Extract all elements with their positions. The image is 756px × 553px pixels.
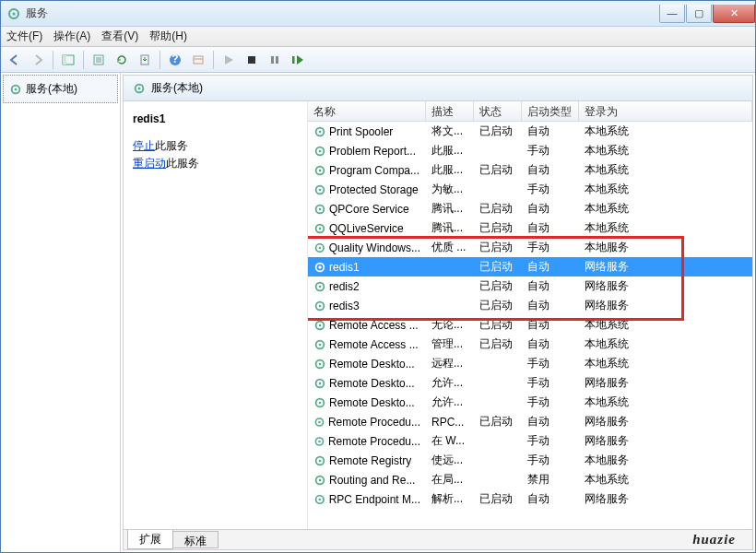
col-logon[interactable]: 登录为 bbox=[579, 101, 752, 121]
cell-logon: 本地系统 bbox=[579, 201, 752, 217]
gear-icon bbox=[313, 474, 326, 487]
svg-text:?: ? bbox=[171, 53, 178, 65]
svg-point-1 bbox=[13, 12, 16, 15]
cell-desc: 解析... bbox=[426, 491, 474, 507]
cell-logon: 本地系统 bbox=[579, 124, 752, 139]
cell-name: QPCore Service bbox=[329, 203, 409, 216]
cell-startup: 自动 bbox=[522, 162, 579, 178]
menu-view[interactable]: 查看(V) bbox=[101, 29, 138, 44]
col-name[interactable]: 名称 bbox=[308, 101, 426, 121]
cell-logon: 本地系统 bbox=[579, 336, 752, 352]
start-service-button[interactable] bbox=[219, 50, 239, 70]
results-heading: 服务(本地) bbox=[151, 80, 203, 96]
cell-logon: 本地系统 bbox=[579, 162, 752, 178]
svg-point-22 bbox=[319, 130, 322, 133]
table-row[interactable]: Quality Windows...优质 ...已启动手动本地服务 bbox=[308, 238, 752, 257]
export-button[interactable] bbox=[135, 50, 155, 70]
cell-desc: 腾讯... bbox=[426, 220, 474, 236]
stop-service-button[interactable] bbox=[242, 50, 262, 70]
table-row[interactable]: Protected Storage为敏...手动本地系统 bbox=[308, 180, 752, 199]
col-desc[interactable]: 描述 bbox=[426, 101, 474, 121]
table-row[interactable]: Routing and Re...在局...禁用本地系统 bbox=[308, 470, 752, 489]
table-row[interactable]: redis2已启动自动网络服务 bbox=[308, 276, 752, 296]
col-status[interactable]: 状态 bbox=[474, 101, 522, 121]
table-row[interactable]: Remote Registry使远...手动本地服务 bbox=[308, 451, 752, 470]
cell-startup: 自动 bbox=[522, 414, 579, 429]
titlebar[interactable]: 服务 — ▢ ✕ bbox=[1, 1, 755, 27]
tab-extended[interactable]: 扩展 bbox=[127, 530, 173, 549]
stop-service-link[interactable]: 停止 bbox=[133, 139, 155, 152]
svg-point-32 bbox=[319, 227, 322, 229]
table-row[interactable]: redis3已启动自动网络服务 bbox=[308, 296, 752, 315]
menu-file[interactable]: 文件(F) bbox=[6, 29, 42, 44]
cell-logon: 本地系统 bbox=[579, 472, 752, 488]
table-row[interactable]: Remote Procedu...RPC...已启动自动网络服务 bbox=[308, 412, 752, 431]
menu-action[interactable]: 操作(A) bbox=[53, 29, 90, 44]
col-startup[interactable]: 启动类型 bbox=[522, 101, 579, 121]
back-button[interactable] bbox=[5, 50, 25, 70]
cell-desc: 允许... bbox=[426, 375, 474, 391]
cell-status: 已启动 bbox=[474, 414, 522, 429]
cell-status: 已启动 bbox=[474, 278, 522, 294]
tree-node-services-local[interactable]: 服务(本地) bbox=[3, 75, 118, 103]
pause-service-button[interactable] bbox=[265, 50, 285, 70]
services-list: 名称 描述 状态 启动类型 登录为 Print Spooler将文...已启动自… bbox=[308, 101, 752, 529]
show-hide-tree-button[interactable] bbox=[58, 50, 78, 70]
cell-desc: 在 W... bbox=[426, 433, 474, 449]
cell-name: Remote Access ... bbox=[329, 319, 419, 332]
services-icon bbox=[6, 6, 21, 21]
restart-service-link[interactable]: 重启动 bbox=[133, 157, 166, 170]
gear-icon bbox=[313, 377, 326, 390]
svg-rect-16 bbox=[292, 56, 295, 64]
gear-icon bbox=[313, 493, 326, 506]
properties-button[interactable] bbox=[89, 50, 109, 70]
cell-name: Remote Access ... bbox=[329, 338, 419, 351]
gear-icon bbox=[313, 280, 326, 293]
table-row[interactable]: Problem Report...此服...手动本地系统 bbox=[308, 141, 752, 160]
table-row[interactable]: redis1已启动自动网络服务 bbox=[308, 257, 752, 276]
cell-logon: 网络服务 bbox=[579, 414, 752, 429]
svg-point-18 bbox=[15, 88, 18, 90]
tab-standard[interactable]: 标准 bbox=[172, 531, 219, 548]
table-row[interactable]: Remote Access ...无论...已启动自动本地系统 bbox=[308, 315, 752, 335]
close-button[interactable]: ✕ bbox=[713, 5, 755, 23]
svg-point-44 bbox=[319, 343, 322, 346]
cell-name: Remote Deskto... bbox=[329, 396, 415, 409]
forward-button[interactable] bbox=[28, 50, 48, 70]
cell-desc: 此服... bbox=[426, 162, 474, 178]
menu-help[interactable]: 帮助(H) bbox=[149, 29, 187, 44]
menubar: 文件(F) 操作(A) 查看(V) 帮助(H) bbox=[1, 27, 755, 47]
svg-point-58 bbox=[319, 478, 322, 481]
gear-icon bbox=[313, 145, 326, 158]
list-body[interactable]: Print Spooler将文...已启动自动本地系统Problem Repor… bbox=[308, 122, 752, 529]
cell-startup: 手动 bbox=[522, 453, 579, 468]
gear-icon bbox=[313, 261, 326, 274]
table-row[interactable]: RPC Endpoint M...解析...已启动自动网络服务 bbox=[308, 489, 752, 509]
cell-startup: 自动 bbox=[522, 317, 579, 333]
help-button[interactable]: ? bbox=[165, 50, 185, 70]
maximize-button[interactable]: ▢ bbox=[686, 5, 712, 23]
cell-desc: 腾讯... bbox=[426, 201, 474, 217]
table-row[interactable]: Program Compa...此服...已启动自动本地系统 bbox=[308, 160, 752, 180]
table-row[interactable]: QPCore Service腾讯...已启动自动本地系统 bbox=[308, 199, 752, 218]
gear-icon bbox=[313, 203, 326, 216]
cell-logon: 本地系统 bbox=[579, 356, 752, 371]
refresh-button[interactable] bbox=[112, 50, 132, 70]
table-row[interactable]: Remote Deskto...允许...手动网络服务 bbox=[308, 373, 752, 393]
cell-startup: 自动 bbox=[522, 298, 579, 313]
table-row[interactable]: Remote Deskto...远程...手动本地系统 bbox=[308, 354, 752, 373]
table-row[interactable]: Print Spooler将文...已启动自动本地系统 bbox=[308, 122, 752, 141]
restart-suffix: 此服务 bbox=[166, 157, 199, 170]
table-row[interactable]: Remote Procedu...在 W...手动网络服务 bbox=[308, 431, 752, 451]
main-body: 服务(本地) 服务(本地) redis1 停止此服务 重启动此服务 bbox=[1, 73, 755, 552]
cell-status: 已启动 bbox=[474, 124, 522, 139]
svg-point-40 bbox=[319, 304, 322, 307]
table-row[interactable]: Remote Access ...管理...已启动自动本地系统 bbox=[308, 335, 752, 354]
table-row[interactable]: Remote Deskto...允许...手动本地系统 bbox=[308, 393, 752, 412]
restart-service-button[interactable] bbox=[288, 50, 308, 70]
cell-startup: 自动 bbox=[522, 201, 579, 217]
minimize-button[interactable]: — bbox=[659, 5, 685, 23]
table-row[interactable]: QQLiveService腾讯...已启动自动本地系统 bbox=[308, 218, 752, 238]
toolbar-icon-2[interactable] bbox=[188, 50, 208, 70]
gear-icon bbox=[313, 300, 326, 312]
